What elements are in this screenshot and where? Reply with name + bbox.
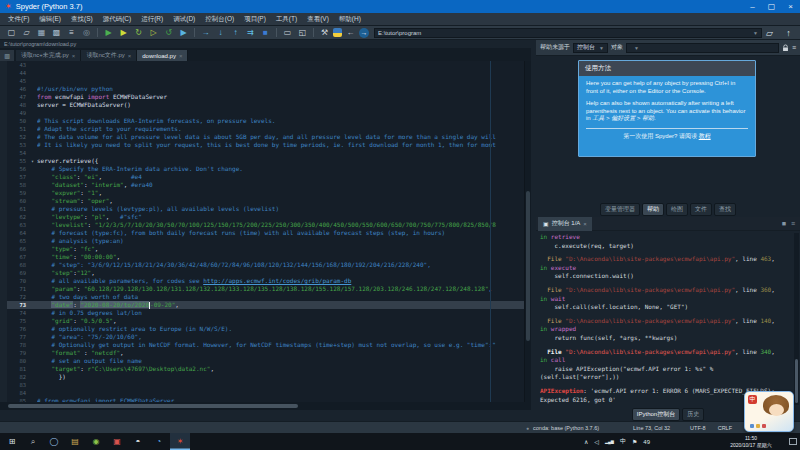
code-line[interactable]: 61 # pressure levels (levtype:pl), all a… xyxy=(0,205,531,213)
code-line[interactable]: 75 "grid": "0.5/0.5", xyxy=(0,317,531,325)
code-line[interactable]: 70 # all available parameters, for codes… xyxy=(0,277,531,285)
menu-debug[interactable]: 调试(D) xyxy=(168,15,200,24)
debug-file-icon[interactable]: ▶ xyxy=(177,27,190,39)
menu-source[interactable]: 源代码(C) xyxy=(98,15,137,24)
menu-edit[interactable]: 编辑(E) xyxy=(34,15,66,24)
taskbar-browser-360-icon[interactable]: ◉ xyxy=(86,433,106,450)
python-path-icon[interactable] xyxy=(333,28,342,37)
pane-tab-history[interactable]: 历史 xyxy=(682,408,704,421)
code-line[interactable]: 67 "time": "00:00:00", xyxy=(0,253,531,261)
code-line[interactable]: 45 xyxy=(0,77,531,85)
taskbar-file-explorer-icon[interactable]: ▤ xyxy=(65,433,85,450)
code-line[interactable]: 69 "step":"12", xyxy=(0,269,531,277)
tab-close-icon[interactable]: × xyxy=(583,221,587,227)
tutorial-link[interactable]: 教程 xyxy=(699,133,711,139)
pane-tab-help[interactable]: 帮助 xyxy=(642,203,664,216)
code-line[interactable]: 43 xyxy=(0,61,531,69)
maximize-button[interactable]: ▢ xyxy=(762,0,781,13)
stop-debug-icon[interactable]: ■ xyxy=(259,27,272,39)
code-line[interactable]: 84 xyxy=(0,389,531,397)
code-line[interactable]: 53# It is likely you need to split your … xyxy=(0,141,531,149)
pane-tab-plots[interactable]: 绘图 xyxy=(666,203,688,216)
menu-search[interactable]: 查找(S) xyxy=(66,15,98,24)
step-icon[interactable]: → xyxy=(199,27,212,39)
help-source-select[interactable]: 控制台 ▼ xyxy=(573,43,608,53)
code-line[interactable]: 60 "stream": "oper", xyxy=(0,197,531,205)
preferences-icon[interactable]: ◎ xyxy=(80,27,93,39)
pane-tab-ipython-console[interactable]: IPython控制台 xyxy=(632,408,680,421)
menu-run[interactable]: 运行(R) xyxy=(136,15,168,24)
code-editor[interactable]: 43444546#!/usr/bin/env python47from ecmw… xyxy=(0,61,531,405)
code-line[interactable]: 77 # "area": "75/-20/10/60", xyxy=(0,333,531,341)
menu-consoles[interactable]: 控制台(O) xyxy=(200,15,239,24)
code-line[interactable]: 62 "levtype": "pl", #"sfc" xyxy=(0,213,531,221)
code-line[interactable]: 44 xyxy=(0,69,531,77)
code-line[interactable]: 74 # in 0.75 degrees lat/lon xyxy=(0,309,531,317)
code-line[interactable]: 71 "param": "60.128/129.128/130.128/131.… xyxy=(0,285,531,293)
code-line[interactable]: 58 "dataset": "interim", #era40 xyxy=(0,181,531,189)
fullscreen-icon[interactable]: ◱ xyxy=(296,27,309,39)
notification-center-icon[interactable] xyxy=(789,438,797,445)
tray-battery-icon[interactable]: 49 xyxy=(643,439,650,445)
code-line[interactable]: 51# Adapt the script to your requirement… xyxy=(0,125,531,133)
pane-tab-find[interactable]: 查找 xyxy=(714,203,736,216)
step-out-icon[interactable]: ↑ xyxy=(229,27,242,39)
maximize-pane-icon[interactable]: ▭ xyxy=(281,27,294,39)
code-line[interactable]: 47from ecmwfapi import ECMWFDataServer xyxy=(0,93,531,101)
menu-projects[interactable]: 项目(P) xyxy=(239,15,271,24)
code-line[interactable]: 46#!/usr/bin/env python xyxy=(0,85,531,93)
code-line[interactable]: 76 # optionally restrict area to Europe … xyxy=(0,325,531,333)
taskbar-cortana-icon[interactable]: ◯ xyxy=(44,433,64,450)
code-line[interactable]: 72 # two days worth of data xyxy=(0,293,531,301)
code-line[interactable]: 66 "type": "fc", xyxy=(0,245,531,253)
code-line[interactable]: 50# This script downloads ERA-Interim fo… xyxy=(0,117,531,125)
menu-file[interactable]: 文件(F) xyxy=(3,15,34,24)
lock-icon[interactable] xyxy=(782,44,789,52)
code-line[interactable]: 54 xyxy=(0,149,531,157)
editor-vertical-scrollbar[interactable] xyxy=(524,61,531,405)
forward-icon[interactable]: → xyxy=(359,28,369,38)
back-icon[interactable]: ← xyxy=(344,27,357,39)
menu-help[interactable]: 帮助(H) xyxy=(334,15,366,24)
rerun-last-icon[interactable]: ↺ xyxy=(162,27,175,39)
taskbar-search-icon[interactable]: ⌕ xyxy=(23,433,43,450)
taskbar-app-red-icon[interactable]: ▣ xyxy=(107,433,127,450)
pane-options-menu-icon[interactable]: ≡ xyxy=(792,44,796,51)
code-line[interactable]: 59 "expver": "1", xyxy=(0,189,531,197)
code-line[interactable]: 48server = ECMWFDataServer() xyxy=(0,101,531,109)
minimize-button[interactable]: – xyxy=(743,0,762,13)
tray-ime-lang-icon[interactable]: 中 xyxy=(620,437,626,446)
taskbar-qq-icon[interactable]: ◓ xyxy=(128,433,148,450)
parent-directory-icon[interactable]: ↑ xyxy=(782,27,795,39)
help-object-input[interactable]: ▼ xyxy=(626,43,779,53)
tab-close-icon[interactable]: × xyxy=(179,53,183,59)
code-line[interactable]: 79 "format" : "netcdf", xyxy=(0,349,531,357)
editor-tab[interactable]: 读取nc+未完成.py× xyxy=(16,50,81,61)
code-line[interactable]: 68 # "step": "3/6/9/12/15/18/21/24/30/36… xyxy=(0,261,531,269)
taskbar-spyder-icon[interactable]: ✶ xyxy=(170,433,190,450)
menu-tools[interactable]: 工具(T) xyxy=(271,15,302,24)
save-icon[interactable]: ▦ xyxy=(35,27,48,39)
code-line[interactable]: 63 "levelist": "1/2/3/5/7/10/20/30/50/70… xyxy=(0,221,531,229)
tab-close-icon[interactable]: × xyxy=(72,53,76,59)
tools-wrench-icon[interactable]: ⚒ xyxy=(318,27,331,39)
continue-icon[interactable]: ⇉ xyxy=(244,27,257,39)
browse-tabs-icon[interactable]: ▥ xyxy=(0,50,14,61)
open-file-icon[interactable]: ▱ xyxy=(20,27,33,39)
tray-volume-icon[interactable]: ◁ xyxy=(594,438,599,445)
code-line[interactable]: 49 xyxy=(0,109,531,117)
pane-tab-variable-explorer[interactable]: 变量管理器 xyxy=(600,203,640,216)
browse-directory-icon[interactable]: ▱ xyxy=(763,27,776,39)
new-file-icon[interactable]: ▢ xyxy=(5,27,18,39)
console-pane-body[interactable]: in retrieve c.execute(req, target) File … xyxy=(536,231,800,407)
fold-indicator-icon[interactable]: ▾ xyxy=(28,157,37,165)
editor-tab[interactable]: download.py× xyxy=(137,50,188,61)
step-into-icon[interactable]: ↓ xyxy=(214,27,227,39)
pane-tab-files[interactable]: 文件 xyxy=(690,203,712,216)
interrupt-kernel-icon[interactable]: ■ xyxy=(782,220,786,227)
working-directory-combobox[interactable]: E:\tutor\program ▼ xyxy=(374,28,762,38)
close-button[interactable]: × xyxy=(781,0,800,13)
run-selection-icon[interactable]: ▷ xyxy=(147,27,160,39)
run-cell-icon[interactable]: ▶ xyxy=(117,27,130,39)
code-line[interactable]: 57 "class": "ei", #e4 xyxy=(0,173,531,181)
